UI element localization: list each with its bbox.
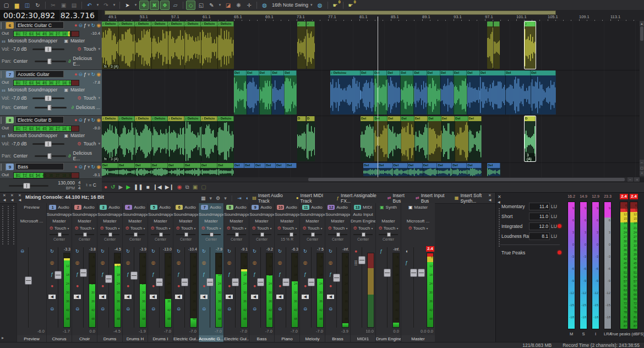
automation-mode[interactable]: Touch [129, 226, 144, 231]
track-header[interactable]: 6Electric Guitar C●⊖ƒ▾↻◉Out8172635445362… [0, 21, 102, 70]
strip-output-device[interactable]: Soundmapper [97, 212, 122, 217]
pause-button[interactable]: ❚❚ [134, 183, 143, 192]
audio-clip[interactable] [494, 21, 500, 69]
pan-slider-handle[interactable] [47, 105, 52, 111]
burn-icon[interactable]: ◉ [96, 163, 101, 171]
automation-mode[interactable]: Touch [155, 226, 169, 231]
pan-slider[interactable] [176, 234, 195, 235]
mixer-strip[interactable]: ▣SynthMaster⚙ Touch ▾Centerƒ612182430364… [375, 203, 401, 342]
timeline-ruler[interactable]: 49.153.157.161.165.169.173.177.181.185.1… [102, 10, 644, 21]
phase-icon[interactable]: ↻ [251, 248, 258, 254]
time-display[interactable]: 00:02:30,892 [0, 10, 59, 21]
track-name[interactable]: Bass [15, 163, 64, 170]
mixer-strip[interactable]: 3AudioSoundmapperMaster⚙ Touch ▾Center↻◎… [97, 203, 122, 342]
freeze-icon[interactable]: ↻ [91, 163, 96, 171]
input-icon[interactable]: ◀ [302, 295, 309, 299]
mute-icon[interactable]: ⊖ [48, 306, 56, 312]
gear-icon[interactable]: ⚙ [303, 226, 307, 231]
chevron-down-icon[interactable]: ▾ [88, 116, 90, 124]
audio-clip[interactable]: ♪ Delicio♪ Delicio♪ Delicio♪ Delicio♪ De… [102, 21, 234, 69]
mixer-strip[interactable]: 6AudioSoundmapperMaster⚙ Touch ▾Center↻◎… [173, 203, 198, 342]
fader-handle[interactable] [130, 271, 138, 280]
mute-icon[interactable]: ⊖ [302, 306, 309, 312]
fx-icon[interactable]: ƒ [226, 271, 233, 277]
audio-clip[interactable]: DelDelDelDelDelDelDelDel [102, 163, 234, 176]
strip-output-device[interactable]: Auto Input [351, 212, 375, 217]
volume-value[interactable]: -7,0 dB [12, 141, 30, 146]
open-folder-icon[interactable]: ▆ [12, 1, 21, 10]
mute-icon[interactable]: ⊖ [150, 306, 157, 312]
strip-type[interactable]: Audio [184, 205, 195, 210]
chevron-down-icon[interactable]: ▾ [219, 227, 221, 230]
strip-type[interactable]: Audio [134, 205, 145, 210]
track-fx-icon[interactable]: ƒ [84, 163, 86, 171]
strip-type[interactable]: Audio [286, 205, 297, 210]
automation-mode[interactable]: Touch [412, 226, 427, 231]
undo-dropdown-icon[interactable]: ▾ [95, 1, 100, 10]
scroll-up-button[interactable]: ▲ [640, 21, 644, 26]
audio-clip[interactable]: D3 (A) [525, 116, 536, 161]
gear-icon[interactable]: ⚙ [227, 226, 231, 231]
project-key[interactable]: ♮ = C [86, 182, 96, 188]
track-lane[interactable]: ♪ Delicio♪ Delicio♪ Delicio♪ Delicio♪ De… [102, 116, 640, 163]
strip-output-bus[interactable]: Master [325, 219, 350, 224]
audio-clip[interactable]: DelDelDelDelDelDelDelDel [363, 163, 482, 176]
close-icon[interactable]: ✕ [1, 193, 8, 198]
pan-slider-handle[interactable] [108, 232, 112, 237]
output-device[interactable]: Microsoft Soundmapper [8, 133, 57, 138]
redo-icon[interactable]: ↷ [101, 1, 111, 10]
pan-slider-handle[interactable] [58, 232, 62, 237]
fader-handle[interactable] [80, 269, 87, 277]
close-icon[interactable]: ✕ [9, 193, 15, 198]
render-icon[interactable]: ↻ [33, 1, 42, 10]
pan-slider-handle[interactable] [362, 232, 365, 237]
zoom-out-button[interactable]: − [627, 177, 633, 182]
chevron-down-icon[interactable]: ▾ [143, 227, 145, 230]
fader-handle[interactable] [25, 276, 32, 285]
track-lane[interactable]: DelDelDelDelDelDelDelDelDelDelDelDelDelD… [102, 162, 640, 178]
pan-slider[interactable] [227, 234, 246, 235]
plugin-name[interactable]: Delicious ... [76, 105, 100, 110]
pan-slider-handle[interactable] [387, 232, 391, 237]
fader-handle[interactable] [156, 278, 163, 286]
strip-output-bus[interactable]: Master [199, 219, 223, 224]
automation-mode[interactable]: Touch [231, 226, 245, 231]
record-arm-icon[interactable]: ● [74, 116, 77, 124]
plugin-icon[interactable]: ∂ [68, 58, 70, 64]
pan-slider-handle[interactable] [210, 232, 214, 237]
split-tool-icon[interactable]: ✖ [150, 1, 159, 10]
burn-icon[interactable]: ◉ [96, 21, 101, 29]
pencil-tool-icon[interactable]: ✎ [207, 1, 216, 10]
volume-value[interactable]: -7,0 dB [12, 46, 30, 52]
mute-icon[interactable]: ⊖ [99, 306, 106, 312]
fader-handle[interactable] [410, 269, 417, 277]
v-zoom-button[interactable]: − [640, 160, 644, 165]
dock-handle[interactable] [8, 206, 12, 244]
zoom-fit-button[interactable]: ▢ [640, 165, 644, 170]
freeze-icon[interactable]: ↻ [91, 21, 96, 29]
go-to-start-button[interactable]: ❙◀ [153, 183, 162, 192]
fx-icon[interactable]: ƒ [150, 271, 157, 277]
track-header[interactable]: 7Acoustic Guitar●⊖ƒ▾↻◉Out817263544536271… [0, 70, 102, 116]
chevron-down-icon[interactable]: ▾ [168, 227, 170, 230]
output-device[interactable]: Microsoft Soundmapper [8, 87, 57, 93]
v-zoom-button[interactable]: ＋ [640, 171, 644, 176]
phase-icon[interactable]: ↻ [99, 248, 106, 254]
audio-clip[interactable]: DelDelDel [480, 70, 556, 115]
tempo-slider-handle[interactable] [23, 183, 30, 189]
gear-icon[interactable]: ⚙ [252, 226, 256, 231]
gear-icon[interactable]: ⚙ [77, 46, 81, 52]
pan-slider[interactable] [50, 234, 69, 235]
mute-icon[interactable]: ⊖ [251, 306, 258, 312]
fx-icon[interactable]: ƒ [175, 271, 182, 277]
fader-handle[interactable] [206, 278, 214, 286]
phase-icon[interactable]: ↻ [74, 248, 81, 254]
speaker-icon[interactable]: ◖ [245, 195, 248, 201]
strip-output-bus[interactable]: Master [173, 219, 198, 224]
input-icon[interactable]: ◀ [150, 295, 157, 299]
output-bus[interactable]: Master [70, 87, 85, 93]
close-icon[interactable]: ✕ [498, 194, 501, 199]
strip-output-bus[interactable]: Microsoft ... [17, 219, 46, 224]
chevron-down-icon[interactable]: ▾ [295, 227, 297, 230]
volume-value[interactable]: -7,0 dB [12, 95, 30, 101]
